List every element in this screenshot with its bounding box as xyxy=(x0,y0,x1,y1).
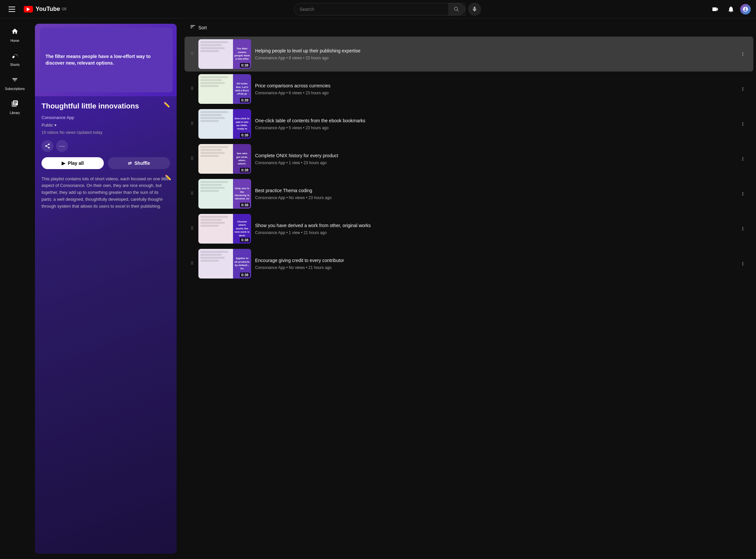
video-thumbnail: One-click to add it into an ONIX-ready m… xyxy=(199,109,251,139)
notifications-button[interactable] xyxy=(724,3,737,16)
shorts-icon xyxy=(11,52,19,61)
video-list-panel: Sort The filter means people have a low-… xyxy=(182,19,756,559)
hamburger-button[interactable] xyxy=(5,3,19,16)
sidebar-item-subscriptions[interactable]: Subscriptions xyxy=(2,72,27,95)
play-all-button[interactable]: ▶ Play all xyxy=(42,157,104,169)
video-more-button[interactable] xyxy=(737,259,748,269)
shuffle-button[interactable]: ⇄ Shuffle xyxy=(108,157,170,169)
search-button[interactable] xyxy=(448,3,465,15)
duration-badge: 0:38 xyxy=(240,273,250,277)
video-thumbnail: The filter means people have a low-effor… xyxy=(199,39,251,69)
description-text: This playlist contains lots of short vid… xyxy=(42,176,169,209)
subscriptions-icon xyxy=(11,76,19,85)
video-info: One-click table of contents from the ebo… xyxy=(255,118,734,130)
thumb-left xyxy=(199,74,233,104)
more-vertical-icon xyxy=(740,121,746,127)
video-title: Complete ONIX history for every product xyxy=(255,153,734,159)
video-thumbnail: See who got what, when, where. 0:38 xyxy=(199,144,251,174)
mic-icon xyxy=(472,6,478,12)
thumb-text: The filter means people have a low-effor… xyxy=(45,53,167,66)
more-vertical-icon xyxy=(740,191,746,197)
more-vertical-icon xyxy=(740,51,746,57)
video-more-button[interactable] xyxy=(737,223,748,234)
playlist-author: Consonance App xyxy=(42,115,170,120)
search-input[interactable] xyxy=(294,4,448,15)
thumb-right-text: Only one in the hierarchy is allowed, so xyxy=(234,187,250,201)
thumb-right-text: The filter means people have a low-effor xyxy=(234,47,250,61)
video-item[interactable]: Only one in the hierarchy is allowed, so… xyxy=(185,176,753,211)
duration-badge: 0:38 xyxy=(240,63,250,68)
thumb-left xyxy=(199,39,233,69)
header: YouTubeGB xyxy=(0,0,756,19)
library-icon xyxy=(11,100,19,109)
edit-title-button[interactable]: ✏️ xyxy=(163,102,170,108)
drag-handle-icon xyxy=(190,191,194,197)
avatar-button[interactable] xyxy=(740,4,751,15)
video-item[interactable]: Applies to all products by default... bu… xyxy=(185,246,753,281)
sidebar-item-home-label: Home xyxy=(10,39,19,43)
video-info: Complete ONIX history for every product … xyxy=(255,153,734,165)
create-button[interactable] xyxy=(709,3,722,16)
sort-bar[interactable]: Sort xyxy=(185,24,753,37)
video-info: Show you have derived a work from other,… xyxy=(255,222,734,235)
video-item[interactable]: The filter means people have a low-effor… xyxy=(185,37,753,71)
play-icon: ▶ xyxy=(62,160,65,166)
drag-handle-icon xyxy=(190,121,194,127)
thumb-inner: SAVE CANCEL The filter means people have… xyxy=(35,24,177,96)
sort-label: Sort xyxy=(199,25,207,30)
video-title: One-click table of contents from the ebo… xyxy=(255,118,734,124)
logo-region: GB xyxy=(62,7,66,11)
video-thumbnail: Choose which works the new work is deriv… xyxy=(199,214,251,244)
duration-badge: 0:38 xyxy=(240,203,250,207)
sort-icon xyxy=(190,24,196,31)
playlist-visibility[interactable]: Public ▾ xyxy=(42,122,170,128)
playlist-title: Thoughtful little innovations xyxy=(42,102,139,111)
video-more-button[interactable] xyxy=(737,119,748,129)
thumb-right-text: See who got what, when, where. xyxy=(234,152,250,166)
edit-description-button[interactable]: ✏️ xyxy=(165,174,171,181)
video-meta: Consonance App • No views • 23 hours ago xyxy=(255,196,734,200)
shuffle-label: Shuffle xyxy=(135,160,150,166)
shuffle-icon: ⇄ xyxy=(128,160,132,166)
play-buttons: ▶ Play all ⇄ Shuffle xyxy=(42,157,170,169)
thumb-right-text: Choose which works the new work is deriv xyxy=(234,220,250,237)
main-layout: Home Shorts Subscriptions Library xyxy=(0,19,756,559)
video-meta: Consonance App • 5 views • 23 hours ago xyxy=(255,126,734,130)
thumb-left xyxy=(199,179,233,209)
youtube-logo-icon xyxy=(24,6,33,13)
video-more-button[interactable] xyxy=(737,49,748,59)
share-icon xyxy=(45,143,50,149)
sidebar: Home Shorts Subscriptions Library xyxy=(0,19,30,559)
search-bar xyxy=(294,3,465,16)
share-button[interactable] xyxy=(42,140,53,152)
sidebar-item-library[interactable]: Library xyxy=(2,96,27,119)
video-item[interactable]: All looks fine. Let's add a Euro ePub pr… xyxy=(185,71,753,107)
playlist-panel: SAVE CANCEL The filter means people have… xyxy=(35,24,177,554)
video-item[interactable]: Choose which works the new work is deriv… xyxy=(185,211,753,246)
duration-badge: 0:38 xyxy=(240,238,250,242)
video-more-button[interactable] xyxy=(737,84,748,94)
thumb-left xyxy=(199,214,233,244)
video-title: Encourage giving credit to every contrib… xyxy=(255,258,734,264)
logo[interactable]: YouTubeGB xyxy=(24,6,67,13)
video-info: Encourage giving credit to every contrib… xyxy=(255,258,734,270)
video-more-button[interactable] xyxy=(737,154,748,164)
video-title: Best practice Thema coding xyxy=(255,187,734,194)
sidebar-item-home[interactable]: Home xyxy=(2,24,27,46)
video-title: Price comparisons across currencies xyxy=(255,83,734,89)
avatar-icon xyxy=(742,6,749,12)
create-icon xyxy=(711,6,719,13)
video-item[interactable]: One-click to add it into an ONIX-ready m… xyxy=(185,107,753,141)
video-more-button[interactable] xyxy=(737,188,748,199)
video-thumbnail: All looks fine. Let's add a Euro ePub pr… xyxy=(199,74,251,104)
drag-handle-icon xyxy=(190,156,194,162)
video-list: The filter means people have a low-effor… xyxy=(185,37,753,281)
drag-handle-icon xyxy=(190,226,194,232)
sidebar-item-shorts[interactable]: Shorts xyxy=(2,48,27,70)
chevron-down-icon: ▾ xyxy=(54,122,57,128)
video-meta: Consonance App • 6 views • 23 hours ago xyxy=(255,91,734,95)
bell-icon xyxy=(727,6,735,13)
more-options-button[interactable]: ⋯ xyxy=(56,140,68,152)
video-item[interactable]: See who got what, when, where. 0:38 Comp… xyxy=(185,141,753,176)
mic-button[interactable] xyxy=(468,3,481,16)
